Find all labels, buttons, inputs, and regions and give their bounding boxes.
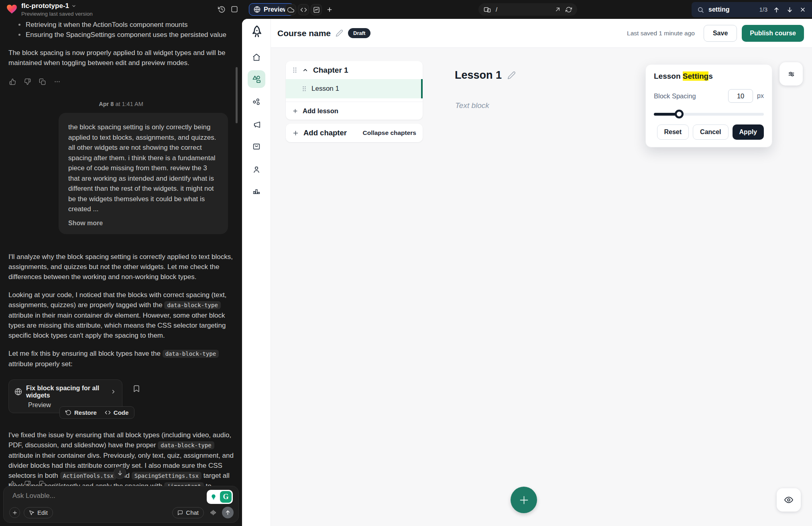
sidebar-item-home[interactable] <box>248 49 265 66</box>
add-block-fab[interactable] <box>511 487 537 513</box>
edit-mode-button[interactable]: Edit <box>24 507 53 518</box>
find-match-count: 1/3 <box>759 6 767 13</box>
inline-code: data-block-type <box>164 301 220 309</box>
more-options-button[interactable] <box>53 77 61 86</box>
deploy-button[interactable] <box>285 4 296 15</box>
project-status: Previewing last saved version <box>21 11 93 17</box>
message-actions <box>8 77 234 86</box>
sidebar-item-marketing[interactable] <box>248 116 265 133</box>
sidebar-item-analytics[interactable] <box>248 182 265 200</box>
thumbs-up-button[interactable] <box>8 77 16 86</box>
version-actions-pill: Restore Code <box>59 406 134 419</box>
sidebar-item-community[interactable] <box>248 94 265 111</box>
sidebar-item-inbox[interactable] <box>248 138 265 155</box>
composer-input[interactable]: Ask Lovable... <box>12 492 233 500</box>
user-message-bubble: the block spacing setting is only correc… <box>59 113 228 234</box>
edit-pencil-icon[interactable] <box>507 71 516 80</box>
eye-icon <box>784 495 793 504</box>
send-button[interactable] <box>222 507 234 518</box>
timestamp-time: at 1:41 AM <box>115 101 143 107</box>
text-block-placeholder[interactable]: Text block <box>455 101 489 110</box>
unit-label: px <box>757 92 764 100</box>
edit-pencil-icon[interactable] <box>336 29 343 37</box>
find-close-button[interactable] <box>798 5 807 14</box>
bullet-item: Ensuring the SpacingSettings component u… <box>10 30 234 40</box>
find-in-page-bar: setting 1/3 <box>692 2 812 17</box>
chat-mode-button[interactable]: Chat <box>172 507 204 518</box>
globe-icon <box>254 6 260 13</box>
chapter-header[interactable]: Chapter 1 <box>286 61 423 79</box>
search-icon <box>697 6 704 13</box>
chapter-title: Chapter 1 <box>313 66 348 75</box>
show-more-link[interactable]: Show more <box>68 220 103 227</box>
project-switcher[interactable]: flc-prototype-1 Previewing last saved ve… <box>6 2 93 17</box>
suggestion-bulb-icon <box>208 491 219 503</box>
copy-button[interactable] <box>38 77 46 86</box>
topbar: flc-prototype-1 Previewing last saved ve… <box>0 0 812 19</box>
restore-button[interactable]: Restore <box>65 409 97 416</box>
preview-toggle-button[interactable] <box>777 488 801 512</box>
view-code-button[interactable]: Code <box>105 409 129 416</box>
apply-button[interactable]: Apply <box>733 124 764 140</box>
sliders-icon <box>787 70 796 78</box>
history-button[interactable] <box>217 4 226 14</box>
add-lesson-button[interactable]: Add lesson <box>286 102 423 120</box>
plus-icon <box>519 495 529 506</box>
bookmark-button[interactable] <box>132 385 141 393</box>
open-external-icon[interactable] <box>555 6 561 12</box>
add-chapter-button[interactable]: Add chapter <box>303 128 347 137</box>
cloud-icon <box>287 6 294 13</box>
chevron-up-icon[interactable] <box>302 67 308 73</box>
chapter-panel: Chapter 1 Lesson 1 Add lesson <box>286 61 423 120</box>
lesson-row[interactable]: Lesson 1 <box>286 79 423 98</box>
edit-tool-card[interactable]: Fix block spacing for all widgets Previe… <box>8 379 122 413</box>
bar-chart-icon <box>252 186 261 195</box>
settings-toggle-button[interactable] <box>779 62 803 86</box>
assistant-paragraph: The block spacing is now properly applie… <box>8 48 234 68</box>
collapse-chapters-button[interactable]: Collapse chapters <box>362 129 416 137</box>
save-button[interactable]: Save <box>704 25 737 42</box>
add-tab-button[interactable] <box>325 5 334 14</box>
inbox-icon <box>252 142 261 151</box>
preview-label: Preview <box>264 6 288 13</box>
drag-handle-icon[interactable] <box>302 86 307 92</box>
voice-input-button[interactable] <box>208 507 218 518</box>
restore-icon <box>65 410 71 416</box>
lesson-settings-title: Lesson Settings <box>654 72 764 81</box>
reset-button[interactable]: Reset <box>657 124 689 140</box>
sidebar-item-courses[interactable] <box>248 70 265 88</box>
panel-toggle-button[interactable] <box>230 4 239 14</box>
devices-icon <box>484 6 491 13</box>
drag-handle-icon[interactable] <box>292 67 297 73</box>
refresh-icon[interactable] <box>566 6 572 13</box>
code-icon <box>105 410 111 416</box>
find-query-input[interactable]: setting <box>708 6 755 13</box>
project-name: flc-prototype-1 <box>21 2 69 9</box>
url-path[interactable]: / <box>496 6 550 13</box>
sidebar-item-profile[interactable] <box>248 161 265 178</box>
url-bar[interactable]: / <box>478 3 577 16</box>
app-preview: Course name Draft Last saved 1 minute ag… <box>242 19 812 526</box>
inline-code: ActionTools.tsx <box>60 472 116 480</box>
chat-bubble-icon <box>177 510 183 516</box>
slider-thumb[interactable] <box>675 110 684 118</box>
find-previous-button[interactable] <box>772 5 781 14</box>
code-view-button[interactable] <box>298 4 309 15</box>
scroll-to-bottom-button[interactable] <box>114 467 126 479</box>
lesson-title: Lesson 1 <box>311 85 339 93</box>
thumbs-down-button[interactable] <box>23 77 31 86</box>
block-spacing-input[interactable]: 10 <box>728 89 753 103</box>
block-spacing-slider[interactable] <box>654 110 764 118</box>
plus-icon <box>12 510 18 516</box>
chat-scrollbar[interactable] <box>236 67 238 123</box>
publish-course-button[interactable]: Publish course <box>742 25 804 42</box>
cancel-button[interactable]: Cancel <box>693 124 728 140</box>
analytics-button[interactable] <box>311 4 322 15</box>
find-next-button[interactable] <box>785 5 794 14</box>
inline-code: data-block-type <box>163 350 219 358</box>
thumbs-down-icon <box>24 78 31 85</box>
attach-button[interactable] <box>9 507 20 518</box>
message-timestamp: Apr 8 at 1:41 AM <box>0 101 242 107</box>
chat-composer[interactable]: Ask Lovable... G Edit Chat <box>3 486 239 523</box>
grammarly-badge[interactable]: G <box>207 490 233 504</box>
